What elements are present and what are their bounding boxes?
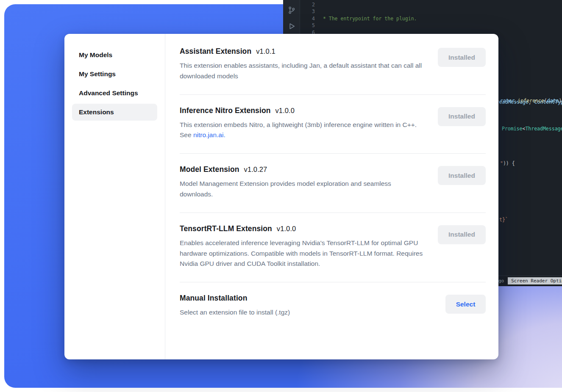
manual-installation-title: Manual Installation bbox=[180, 294, 425, 303]
extension-name: Inference Nitro Extension bbox=[180, 106, 271, 115]
extensions-panel: Assistant Extensionv1.0.1 This extension… bbox=[165, 34, 498, 359]
status-bar-text: go bbox=[498, 278, 504, 284]
screenshot-root: 23456 * The entrypoint for the plugin. *… bbox=[0, 0, 562, 392]
sidebar-item-my-settings[interactable]: My Settings bbox=[72, 66, 157, 83]
extension-version: v1.0.0 bbox=[277, 225, 296, 232]
installed-button[interactable]: Installed bbox=[438, 225, 486, 244]
extension-title: Assistant Extensionv1.0.1 bbox=[180, 47, 425, 56]
code-fragment: t}` bbox=[499, 216, 508, 223]
extension-description: This extension enables assistants, inclu… bbox=[180, 61, 425, 82]
extension-version: v1.0.27 bbox=[244, 166, 267, 173]
extension-name: TensortRT-LLM Extension bbox=[180, 224, 272, 233]
installed-button[interactable]: Installed bbox=[438, 166, 486, 185]
extension-row-tensorrt: TensortRT-LLM Extensionv1.0.0 Enables ac… bbox=[180, 213, 486, 282]
installed-button[interactable]: Installed bbox=[438, 48, 486, 67]
extension-description: Enables accelerated inference leveraging… bbox=[180, 238, 425, 269]
source-control-icon[interactable] bbox=[287, 6, 296, 14]
manual-installation-description: Select an extension file to install (.tg… bbox=[180, 307, 425, 318]
run-and-debug-icon[interactable] bbox=[287, 22, 296, 30]
sidebar-item-extensions[interactable]: Extensions bbox=[72, 104, 157, 121]
settings-sidebar: My Models My Settings Advanced Settings … bbox=[64, 34, 165, 359]
code-fragment: Promise<ThreadMessage> bbox=[502, 125, 562, 132]
code-fragment: rator.inference(data)); bbox=[500, 97, 562, 104]
extension-description: Model Management Extension provides mode… bbox=[180, 179, 425, 200]
extension-title: Model Extensionv1.0.27 bbox=[180, 165, 425, 174]
extension-description: This extension embeds Nitro, a lightweig… bbox=[180, 120, 425, 141]
extension-row-nitro: Inference Nitro Extensionv1.0.0 This ext… bbox=[180, 95, 486, 154]
extension-row-assistant: Assistant Extensionv1.0.1 This extension… bbox=[180, 36, 486, 95]
manual-installation-row: Manual Installation Select an extension … bbox=[180, 282, 486, 331]
extension-row-model: Model Extensionv1.0.27 Model Management … bbox=[180, 154, 486, 213]
code-line: * The entrypoint for the plugin. bbox=[320, 15, 562, 22]
extension-title: Inference Nitro Extensionv1.0.0 bbox=[180, 106, 425, 115]
extension-name: Model Extension bbox=[180, 165, 239, 174]
sidebar-item-advanced-settings[interactable]: Advanced Settings bbox=[72, 85, 157, 102]
select-file-button[interactable]: Select bbox=[445, 295, 486, 314]
extension-version: v1.0.0 bbox=[275, 107, 295, 114]
extension-version: v1.0.1 bbox=[256, 47, 275, 55]
nitro-jan-ai-link[interactable]: nitro.jan.ai. bbox=[193, 131, 225, 138]
settings-modal: My Models My Settings Advanced Settings … bbox=[64, 34, 498, 359]
extension-title: TensortRT-LLM Extensionv1.0.0 bbox=[180, 224, 425, 233]
extension-name: Assistant Extension bbox=[180, 47, 251, 55]
sidebar-item-my-models[interactable]: My Models bbox=[72, 47, 157, 63]
code-fragment: ")) { bbox=[500, 160, 515, 167]
screen-reader-optimized-badge[interactable]: Screen Reader Optimized bbox=[508, 277, 562, 284]
installed-button[interactable]: Installed bbox=[438, 107, 486, 126]
